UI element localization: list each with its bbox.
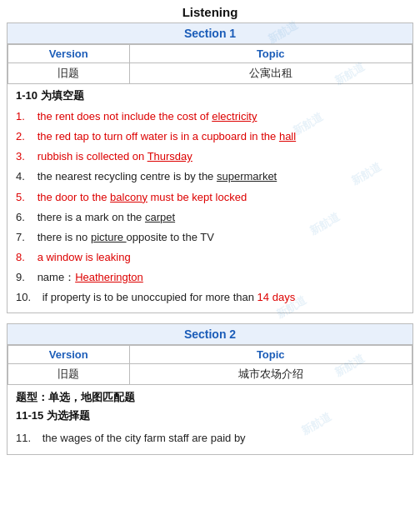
q4-answer: supermarket — [217, 170, 277, 182]
section2-question-range: 11-15 为选择题 — [8, 407, 412, 427]
section1-version-value: 旧题 — [8, 63, 130, 84]
q7-num: 7. — [16, 229, 34, 246]
section2-version-header: Version — [8, 346, 130, 364]
section2-block: Section 2 Version Topic 旧题 城市农场介绍 题型：单选，… — [7, 323, 413, 454]
section1-questions: 1. the rent does not include the cost of… — [8, 105, 412, 312]
page-title: Listening — [0, 0, 420, 22]
q10-num: 10. — [16, 289, 39, 306]
q4: 4. the nearest recycling centre is by th… — [16, 167, 404, 187]
section2-topic-value: 城市农场介绍 — [129, 364, 412, 385]
q7: 7. there is no picture opposite to the T… — [16, 228, 404, 248]
section1-version-header: Version — [8, 45, 130, 63]
section1-table: Version Topic 旧题 公寓出租 — [8, 44, 412, 84]
q3-num: 3. — [16, 148, 34, 165]
q7-text1: there is no — [38, 231, 91, 243]
q4-num: 4. — [16, 168, 34, 185]
q5-num: 5. — [16, 189, 34, 206]
section2-topic-header: Topic — [129, 346, 412, 364]
q7-answer: picture — [91, 231, 127, 243]
section2-version-value: 旧题 — [8, 364, 130, 385]
q10-text1: if property is to be unoccupied for more… — [42, 291, 258, 303]
section1-header: Section 1 — [8, 23, 412, 44]
q8-text1: a window is leaking — [38, 251, 131, 263]
section2-question-type: 题型：单选，地图匹配题 — [8, 385, 412, 407]
q1: 1. the rent does not include the cost of… — [16, 107, 404, 127]
q10-answer: 14 days — [258, 291, 296, 303]
q9: 9. name：Heatherington — [16, 268, 404, 288]
q6: 6. there is a mark on the carpet — [16, 208, 404, 228]
q9-num: 9. — [16, 269, 34, 286]
q1-answer: electricity — [212, 110, 257, 122]
q8: 8. a window is leaking — [16, 248, 404, 268]
q6-text1: there is a mark on the — [38, 211, 145, 223]
q2: 2. the red tap to turn off water is in a… — [16, 127, 404, 147]
q9-answer: Heatherington — [75, 271, 143, 283]
q10: 10. if property is to be unoccupied for … — [16, 288, 404, 308]
q8-num: 8. — [16, 249, 34, 266]
q11: 11. the wages of the city farm staff are… — [16, 428, 404, 448]
q3-text1: rubbish is collected on — [38, 150, 148, 162]
q1-num: 1. — [16, 108, 34, 125]
section2-table: Version Topic 旧题 城市农场介绍 — [8, 345, 412, 385]
q2-answer: hall — [279, 130, 296, 142]
q5-text2: must be kept locked — [148, 191, 247, 203]
q7-text2: opposite to the TV — [127, 231, 214, 243]
section1-topic-value: 公寓出租 — [129, 63, 412, 84]
q5: 5. the door to the balcony must be kept … — [16, 188, 404, 208]
q6-answer: carpet — [145, 211, 175, 223]
section1-question-type: 1-10 为填空题 — [8, 84, 412, 105]
q6-num: 6. — [16, 209, 34, 226]
q3-answer: Thursday — [148, 150, 192, 162]
q1-text1: the rent does not include the cost of — [38, 110, 212, 122]
q2-text1: the red tap to turn off water is in a cu… — [38, 130, 279, 142]
q11-text1: the wages of the city farm staff are pai… — [42, 432, 246, 444]
section1-topic-header: Topic — [129, 45, 412, 63]
q5-answer: balcony — [110, 191, 148, 203]
q9-text1: name： — [38, 271, 76, 283]
q11-num: 11. — [16, 430, 39, 447]
q2-num: 2. — [16, 128, 34, 145]
q5-text1: the door to the — [38, 191, 110, 203]
q3: 3. rubbish is collected on Thursday — [16, 147, 404, 167]
section1-block: Section 1 Version Topic 旧题 公寓出租 1-10 为填空… — [7, 22, 413, 313]
section2-questions: 11. the wages of the city farm staff are… — [8, 427, 412, 453]
section2-header: Section 2 — [8, 324, 412, 345]
q4-text1: the nearest recycling centre is by the — [38, 170, 217, 182]
